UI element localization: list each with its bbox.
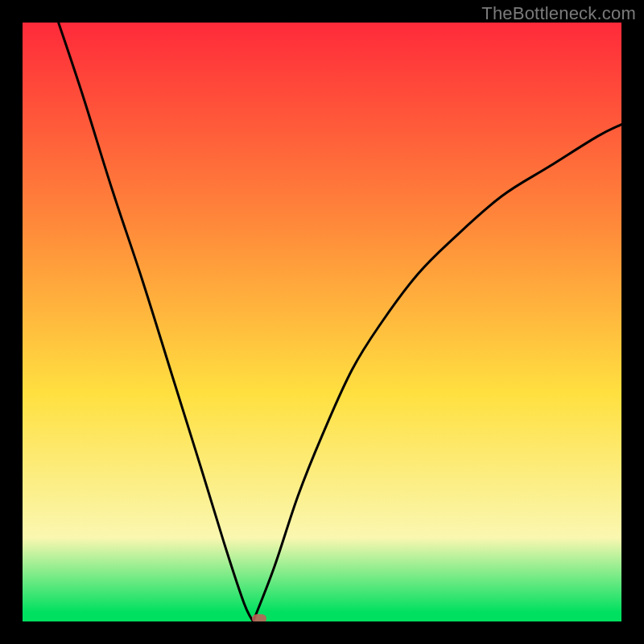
background-gradient: [23, 23, 621, 621]
svg-rect-0: [23, 23, 621, 621]
optimal-marker: [252, 614, 266, 622]
chart-frame: TheBottleneck.com: [0, 0, 644, 644]
plot-area: [23, 23, 621, 621]
watermark-text: TheBottleneck.com: [481, 3, 636, 24]
